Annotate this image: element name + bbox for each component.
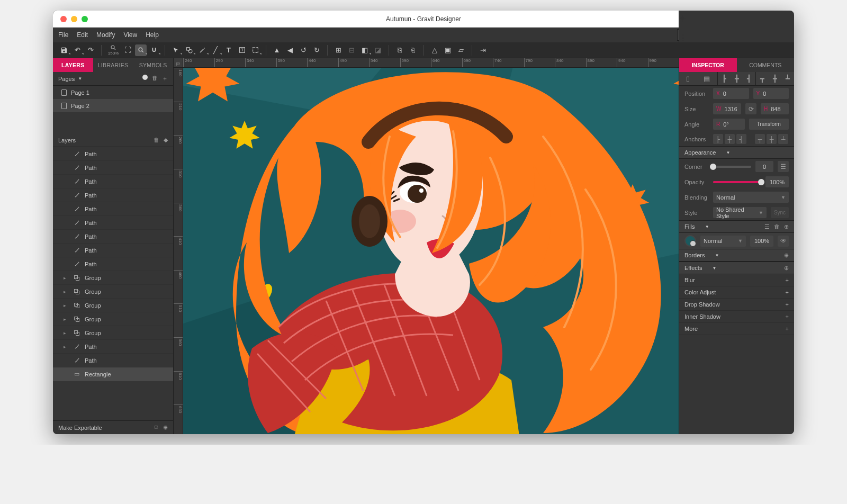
kebab-menu-icon[interactable]: ⋮ <box>679 33 786 42</box>
align-top-icon[interactable]: ┳ <box>760 75 764 83</box>
borders-section[interactable]: Borders ▼ ⊕ <box>679 249 794 262</box>
anchor-bottom[interactable]: ┴ <box>778 134 788 144</box>
minimize-window-button[interactable] <box>71 16 77 22</box>
align-right-icon[interactable]: ┫ <box>747 75 751 83</box>
page-row[interactable]: Page 1 <box>53 86 173 99</box>
corner-options-icon[interactable]: ☰ <box>778 161 789 172</box>
ungroup-button[interactable]: ⊟ <box>346 44 357 56</box>
layer-row[interactable]: ▭Rectangle <box>53 367 173 381</box>
menu-view[interactable]: View <box>123 31 137 39</box>
blending-select[interactable]: Normal▼ <box>713 192 789 203</box>
fill-opacity-field[interactable] <box>750 236 773 247</box>
tab-comments[interactable]: COMMENTS <box>737 58 795 72</box>
pointer-tool-button[interactable] <box>170 44 182 56</box>
rotate-cw-button[interactable]: ↻ <box>311 44 322 56</box>
anchor-top[interactable]: ┬ <box>755 134 765 144</box>
width-field[interactable]: W <box>713 103 741 114</box>
menu-file[interactable]: File <box>58 31 68 39</box>
angle-field[interactable]: R <box>713 119 745 130</box>
position-x-field[interactable]: X <box>713 88 749 99</box>
align-canvas-icon[interactable]: ▯ <box>686 75 690 83</box>
export-button[interactable]: ⇥ <box>477 44 489 56</box>
opacity-slider[interactable] <box>713 181 761 183</box>
layer-row[interactable]: Path <box>53 175 173 188</box>
effect-row[interactable]: Blur+ <box>679 274 794 286</box>
effect-row[interactable]: More+ <box>679 323 794 335</box>
transform-button[interactable]: Transform <box>749 119 789 130</box>
effect-row[interactable]: Color Adjust+ <box>679 286 794 299</box>
tab-libraries[interactable]: LIBRARIES <box>93 58 133 72</box>
menu-edit[interactable]: Edit <box>77 31 88 39</box>
position-y-field[interactable]: Y <box>753 88 789 99</box>
layers-list[interactable]: PathPathPathPathPathPathPathPathPath▸Gro… <box>53 147 173 420</box>
height-field[interactable]: H <box>761 103 789 114</box>
align-hcenter-icon[interactable]: ╋ <box>735 75 739 83</box>
align-selection-icon[interactable]: ▤ <box>704 75 710 83</box>
redo-button[interactable]: ↷ <box>85 44 96 56</box>
add-fill-icon[interactable]: ⊕ <box>784 223 789 230</box>
effect-row[interactable]: Drop Shadow+ <box>679 299 794 311</box>
shape-tool-button[interactable] <box>183 44 195 56</box>
layer-row[interactable]: Path <box>53 202 173 216</box>
slice-tool-button[interactable] <box>249 44 261 56</box>
layer-row[interactable]: Path <box>53 161 173 175</box>
effects-section[interactable]: Effects ▼ ⊕ <box>679 262 794 274</box>
add-effect-icon[interactable]: ⊕ <box>784 265 789 272</box>
save-button[interactable] <box>58 44 70 56</box>
detach-symbol-button[interactable]: ⎗ <box>407 44 419 56</box>
fills-section[interactable]: Fills ▼ ☰🗑⊕ <box>679 220 794 233</box>
close-window-button[interactable] <box>60 16 67 22</box>
text-frame-button[interactable] <box>236 44 248 56</box>
flip-h-button[interactable]: ▲ <box>271 44 283 56</box>
ruler-horizontal[interactable]: px24029034039044049054059064069074079084… <box>174 58 679 68</box>
tab-symbols[interactable]: SYMBOLS <box>133 58 173 72</box>
undo-button[interactable]: ↶ <box>71 44 83 56</box>
delete-fill-icon[interactable]: 🗑 <box>774 223 780 230</box>
page-row-selected[interactable]: Page 2 <box>53 99 173 112</box>
canvas[interactable] <box>183 68 679 434</box>
menu-help[interactable]: Help <box>146 31 159 39</box>
appearance-section[interactable]: Appearance ▼ <box>679 146 794 159</box>
layer-row[interactable]: Path <box>53 244 173 257</box>
layer-row[interactable]: Path <box>53 188 173 202</box>
maximize-window-button[interactable] <box>82 16 88 22</box>
fit-screen-button[interactable]: ⛶ <box>122 44 133 56</box>
layer-row[interactable]: Path <box>53 147 173 161</box>
create-symbol-button[interactable]: ⎘ <box>394 44 406 56</box>
layer-row[interactable]: ▸Group <box>53 299 173 312</box>
group-button[interactable]: ⊞ <box>332 44 344 56</box>
zoom-tool-button[interactable] <box>135 44 147 56</box>
add-border-icon[interactable]: ⊕ <box>784 252 789 259</box>
fill-color-swatch[interactable] <box>684 235 696 247</box>
align-bottom-icon[interactable]: ┻ <box>786 75 790 83</box>
add-page-icon[interactable]: ＋ <box>162 75 168 83</box>
line-tool-button[interactable]: ╱ <box>210 44 221 56</box>
layer-row[interactable]: ▸Group <box>53 312 173 326</box>
pen-tool-button[interactable] <box>196 44 208 56</box>
anchor-left[interactable]: ├ <box>713 134 723 144</box>
ruler-unit[interactable]: px <box>174 58 183 68</box>
add-export-icon[interactable]: ⊕ <box>163 424 168 431</box>
layer-row[interactable]: ▸Path <box>53 340 173 354</box>
layer-row[interactable]: Path <box>53 230 173 244</box>
outline-path-button[interactable]: ▣ <box>442 44 454 56</box>
snap-button[interactable] <box>148 44 160 56</box>
style-select[interactable]: No Shared Style▼ <box>713 207 767 218</box>
delete-page-icon[interactable]: 🗑 <box>152 75 158 83</box>
layer-row[interactable]: ▸Group <box>53 271 173 285</box>
ruler-vertical[interactable]: 160210260310360410460510560610660710 <box>174 68 183 434</box>
boolean-button[interactable]: ◧ <box>359 44 371 56</box>
rotate-ccw-button[interactable]: ↺ <box>298 44 309 56</box>
delete-layer-icon[interactable]: 🗑 <box>154 137 159 143</box>
effect-row[interactable]: Inner Shadow+ <box>679 311 794 323</box>
tab-layers[interactable]: LAYERS <box>53 58 93 72</box>
flip-v-button[interactable]: ◀ <box>284 44 296 56</box>
align-left-icon[interactable]: ┣ <box>722 75 726 83</box>
lock-aspect-icon[interactable]: ⟳ <box>745 103 756 114</box>
layer-row[interactable]: Path <box>53 257 173 271</box>
extension-icon[interactable]: ✦ <box>679 14 786 23</box>
layer-row[interactable]: ▸Group <box>53 285 173 299</box>
tab-inspector[interactable]: INSPECTOR <box>679 58 737 72</box>
anchor-right[interactable]: ┤ <box>736 134 746 144</box>
layer-row[interactable]: Path <box>53 354 173 367</box>
